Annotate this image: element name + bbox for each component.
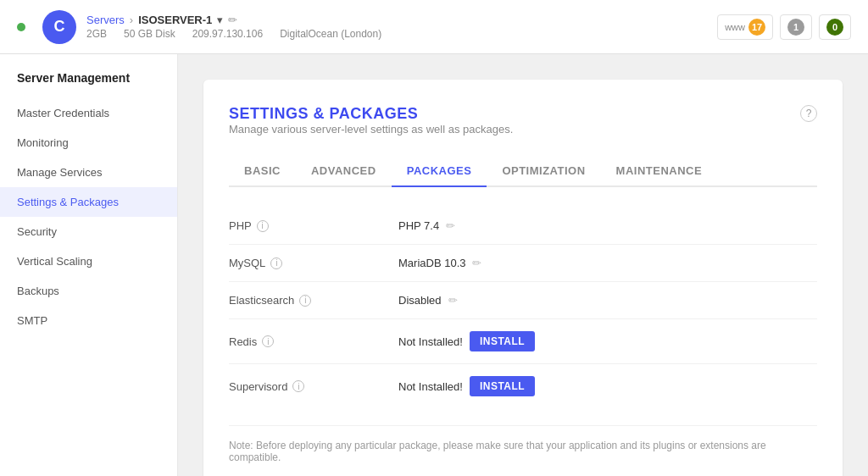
server-provider: DigitalOcean (London) — [280, 28, 381, 40]
server-dropdown-icon[interactable]: ▾ — [217, 14, 223, 26]
elasticsearch-edit-icon[interactable]: ✏ — [448, 294, 458, 307]
card-header: SETTINGS & PACKAGES Manage various serve… — [229, 105, 817, 152]
mysql-name: MySQL — [229, 257, 265, 269]
package-label-redis: Redis i — [229, 335, 398, 348]
redis-name: Redis — [229, 335, 257, 348]
mysql-version: MariaDB 10.3 — [398, 257, 465, 269]
elasticsearch-status: Disabled — [398, 294, 442, 307]
packages-list: PHP i PHP 7.4 ✏ MySQL i MariaDB 10 — [229, 208, 817, 408]
help-icon[interactable]: ? — [800, 105, 817, 122]
supervisord-info-icon[interactable]: i — [292, 380, 304, 392]
content-area: SETTINGS & PACKAGES Manage various serve… — [178, 54, 868, 476]
sidebar-item-manage-services[interactable]: Manage Services — [0, 158, 177, 187]
package-value-elasticsearch: Disabled ✏ — [398, 294, 458, 307]
package-row-elasticsearch: Elasticsearch i Disabled ✏ — [229, 282, 817, 319]
redis-install-button[interactable]: INSTALL — [470, 331, 535, 351]
server-disk: 50 GB Disk — [124, 28, 175, 40]
tab-maintenance[interactable]: MAINTENANCE — [601, 156, 718, 187]
card-title: SETTINGS & PACKAGES — [229, 105, 513, 123]
breadcrumb-parent[interactable]: Servers — [86, 14, 125, 26]
file-badge-count: 1 — [787, 19, 804, 36]
tab-basic[interactable]: BASIC — [229, 156, 296, 187]
tab-optimization[interactable]: OPTIMIZATION — [487, 156, 600, 187]
redis-status: Not Installed! — [398, 335, 463, 348]
packages-note: Note: Before deploying any particular pa… — [229, 425, 817, 463]
www-badge-label: www — [725, 22, 745, 32]
tab-packages[interactable]: PACKAGES — [392, 156, 487, 187]
sidebar-item-security[interactable]: Security — [0, 217, 177, 246]
package-label-elasticsearch: Elasticsearch i — [229, 294, 398, 307]
package-row-redis: Redis i Not Installed! INSTALL — [229, 319, 817, 364]
php-name: PHP — [229, 219, 252, 232]
breadcrumb-current: ISOSERVER-1 — [138, 14, 212, 26]
php-version: PHP 7.4 — [398, 219, 439, 232]
header-right: www 17 1 0 — [717, 14, 851, 40]
php-edit-icon[interactable]: ✏ — [446, 219, 455, 232]
tab-bar: BASIC ADVANCED PACKAGES OPTIMIZATION MAI… — [229, 156, 817, 187]
package-row-supervisord: Supervisord i Not Installed! INSTALL — [229, 364, 817, 408]
server-edit-icon[interactable]: ✏ — [228, 14, 237, 26]
sidebar-item-vertical-scaling[interactable]: Vertical Scaling — [0, 246, 177, 276]
server-ram: 2GB — [86, 28, 107, 40]
tab-advanced[interactable]: ADVANCED — [296, 156, 392, 187]
package-label-supervisord: Supervisord i — [229, 380, 398, 393]
package-label-mysql: MySQL i — [229, 257, 398, 269]
www-badge-button[interactable]: www 17 — [717, 14, 773, 40]
package-value-supervisord: Not Installed! INSTALL — [398, 376, 535, 396]
mysql-edit-icon[interactable]: ✏ — [472, 257, 481, 269]
package-value-redis: Not Installed! INSTALL — [398, 331, 535, 351]
sidebar-item-master-credentials[interactable]: Master Credentials — [0, 98, 177, 128]
sidebar-item-backups[interactable]: Backups — [0, 276, 177, 306]
user-badge-count: 0 — [826, 19, 843, 36]
sidebar-item-smtp[interactable]: SMTP — [0, 306, 177, 335]
elasticsearch-name: Elasticsearch — [229, 294, 294, 307]
package-value-php: PHP 7.4 ✏ — [398, 219, 455, 232]
elasticsearch-info-icon[interactable]: i — [299, 295, 311, 307]
header: C Servers › ISOSERVER-1 ▾ ✏ 2GB 50 GB Di… — [0, 0, 868, 54]
supervisord-status: Not Installed! — [398, 380, 463, 393]
sidebar-title: Server Management — [0, 71, 177, 98]
sidebar-item-monitoring[interactable]: Monitoring — [0, 128, 177, 158]
file-badge-button[interactable]: 1 — [780, 14, 812, 40]
redis-info-icon[interactable]: i — [262, 335, 274, 347]
card-description: Manage various server-level settings as … — [229, 123, 513, 136]
sidebar: Server Management Master Credentials Mon… — [0, 54, 178, 476]
server-meta: 2GB 50 GB Disk 209.97.130.106 DigitalOce… — [86, 28, 381, 40]
settings-card: SETTINGS & PACKAGES Manage various serve… — [203, 80, 843, 476]
mysql-info-icon[interactable]: i — [270, 257, 282, 269]
sidebar-item-settings-packages[interactable]: Settings & Packages — [0, 187, 177, 217]
www-badge-count: 17 — [748, 19, 765, 36]
package-value-mysql: MariaDB 10.3 ✏ — [398, 257, 481, 269]
php-info-icon[interactable]: i — [257, 220, 269, 232]
supervisord-name: Supervisord — [229, 380, 287, 393]
server-ip: 209.97.130.106 — [192, 28, 263, 40]
package-row-php: PHP i PHP 7.4 ✏ — [229, 208, 817, 245]
server-info: Servers › ISOSERVER-1 ▾ ✏ 2GB 50 GB Disk… — [86, 14, 381, 40]
app-logo[interactable]: C — [42, 10, 76, 44]
status-indicator — [17, 23, 25, 31]
breadcrumb: Servers › ISOSERVER-1 ▾ ✏ — [86, 14, 381, 26]
supervisord-install-button[interactable]: INSTALL — [470, 376, 535, 396]
package-row-mysql: MySQL i MariaDB 10.3 ✏ — [229, 245, 817, 282]
breadcrumb-arrow: › — [130, 14, 133, 26]
user-badge-button[interactable]: 0 — [819, 14, 851, 40]
header-left: C Servers › ISOSERVER-1 ▾ ✏ 2GB 50 GB Di… — [17, 10, 381, 44]
package-label-php: PHP i — [229, 219, 398, 232]
main-layout: Server Management Master Credentials Mon… — [0, 54, 868, 476]
